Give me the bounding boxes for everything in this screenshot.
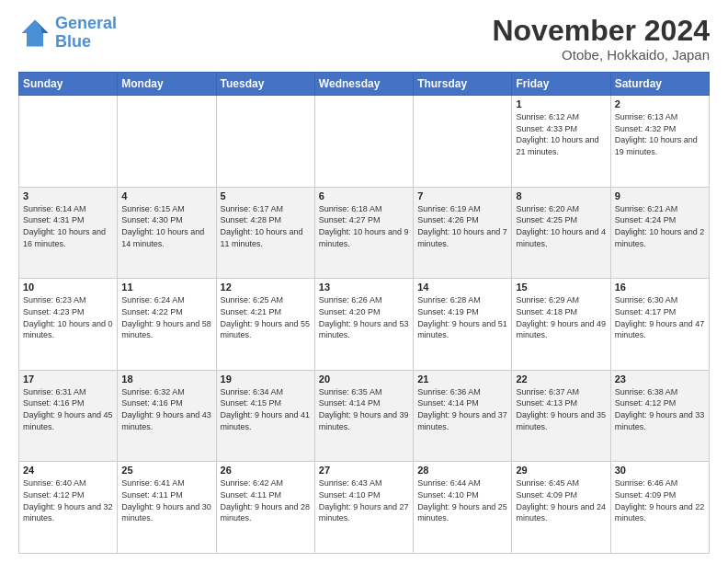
calendar-cell: 19Sunrise: 6:34 AMSunset: 4:15 PMDayligh…	[216, 370, 314, 462]
calendar-cell: 29Sunrise: 6:45 AMSunset: 4:09 PMDayligh…	[512, 462, 610, 554]
day-info: Sunrise: 6:20 AMSunset: 4:25 PMDaylight:…	[516, 203, 606, 249]
calendar-cell: 3Sunrise: 6:14 AMSunset: 4:31 PMDaylight…	[19, 187, 118, 279]
day-info: Sunrise: 6:21 AMSunset: 4:24 PMDaylight:…	[615, 203, 705, 249]
calendar-cell: 27Sunrise: 6:43 AMSunset: 4:10 PMDayligh…	[314, 462, 413, 554]
weekday-thursday: Thursday	[414, 73, 512, 96]
day-info: Sunrise: 6:23 AMSunset: 4:23 PMDaylight:…	[23, 294, 113, 340]
day-number: 26	[221, 465, 311, 476]
location: Otobe, Hokkaido, Japan	[492, 47, 710, 63]
title-block: November 2024 Otobe, Hokkaido, Japan	[492, 15, 710, 63]
day-number: 14	[417, 282, 507, 293]
day-info: Sunrise: 6:14 AMSunset: 4:31 PMDaylight:…	[23, 203, 113, 249]
day-info: Sunrise: 6:30 AMSunset: 4:17 PMDaylight:…	[615, 294, 705, 340]
day-number: 25	[121, 465, 211, 476]
day-info: Sunrise: 6:32 AMSunset: 4:16 PMDaylight:…	[121, 386, 211, 432]
calendar-cell: 7Sunrise: 6:19 AMSunset: 4:26 PMDaylight…	[414, 187, 512, 279]
day-number: 22	[516, 373, 606, 385]
week-row-3: 17Sunrise: 6:31 AMSunset: 4:16 PMDayligh…	[19, 370, 710, 462]
day-number: 5	[221, 190, 311, 201]
calendar-cell: 1Sunrise: 6:12 AMSunset: 4:33 PMDaylight…	[512, 96, 610, 188]
day-info: Sunrise: 6:15 AMSunset: 4:30 PMDaylight:…	[121, 203, 211, 249]
day-number: 7	[417, 190, 507, 201]
day-number: 24	[23, 465, 113, 476]
calendar-cell: 14Sunrise: 6:28 AMSunset: 4:19 PMDayligh…	[414, 279, 512, 371]
calendar-cell: 20Sunrise: 6:35 AMSunset: 4:14 PMDayligh…	[314, 370, 413, 462]
day-number: 21	[417, 373, 507, 385]
day-info: Sunrise: 6:35 AMSunset: 4:14 PMDaylight:…	[319, 386, 409, 432]
header: General Blue November 2024 Otobe, Hokkai…	[18, 15, 710, 63]
calendar-cell	[216, 96, 314, 188]
calendar-cell	[414, 96, 512, 188]
calendar-cell: 18Sunrise: 6:32 AMSunset: 4:16 PMDayligh…	[118, 370, 216, 462]
day-info: Sunrise: 6:26 AMSunset: 4:20 PMDaylight:…	[319, 294, 409, 340]
calendar-cell: 23Sunrise: 6:38 AMSunset: 4:12 PMDayligh…	[610, 370, 709, 462]
day-info: Sunrise: 6:41 AMSunset: 4:11 PMDaylight:…	[121, 477, 211, 523]
day-info: Sunrise: 6:34 AMSunset: 4:15 PMDaylight:…	[221, 386, 311, 432]
day-number: 18	[121, 373, 211, 385]
day-info: Sunrise: 6:18 AMSunset: 4:27 PMDaylight:…	[319, 203, 409, 249]
day-info: Sunrise: 6:42 AMSunset: 4:11 PMDaylight:…	[221, 477, 311, 523]
day-info: Sunrise: 6:29 AMSunset: 4:18 PMDaylight:…	[516, 294, 606, 340]
day-number: 9	[615, 190, 705, 201]
week-row-0: 1Sunrise: 6:12 AMSunset: 4:33 PMDaylight…	[19, 96, 710, 188]
weekday-saturday: Saturday	[610, 73, 709, 96]
day-info: Sunrise: 6:24 AMSunset: 4:22 PMDaylight:…	[121, 294, 211, 340]
calendar-cell: 6Sunrise: 6:18 AMSunset: 4:27 PMDaylight…	[314, 187, 413, 279]
weekday-header-row: SundayMondayTuesdayWednesdayThursdayFrid…	[19, 73, 710, 96]
day-info: Sunrise: 6:43 AMSunset: 4:10 PMDaylight:…	[319, 477, 409, 523]
calendar-cell: 17Sunrise: 6:31 AMSunset: 4:16 PMDayligh…	[19, 370, 118, 462]
day-number: 23	[615, 373, 705, 385]
day-number: 8	[516, 190, 606, 201]
day-info: Sunrise: 6:25 AMSunset: 4:21 PMDaylight:…	[221, 294, 311, 340]
day-number: 12	[221, 282, 311, 293]
day-number: 4	[121, 190, 211, 201]
logo-line1: General	[55, 14, 117, 32]
calendar-cell: 21Sunrise: 6:36 AMSunset: 4:14 PMDayligh…	[414, 370, 512, 462]
day-info: Sunrise: 6:46 AMSunset: 4:09 PMDaylight:…	[615, 477, 705, 523]
day-number: 1	[516, 98, 606, 109]
logo-text: General Blue	[55, 15, 117, 52]
day-number: 27	[319, 465, 409, 476]
week-row-2: 10Sunrise: 6:23 AMSunset: 4:23 PMDayligh…	[19, 279, 710, 371]
calendar-cell: 30Sunrise: 6:46 AMSunset: 4:09 PMDayligh…	[610, 462, 709, 554]
calendar-cell: 16Sunrise: 6:30 AMSunset: 4:17 PMDayligh…	[610, 279, 709, 371]
calendar-cell: 25Sunrise: 6:41 AMSunset: 4:11 PMDayligh…	[118, 462, 216, 554]
logo: General Blue	[18, 15, 117, 52]
weekday-tuesday: Tuesday	[216, 73, 314, 96]
weekday-monday: Monday	[118, 73, 216, 96]
calendar-cell: 22Sunrise: 6:37 AMSunset: 4:13 PMDayligh…	[512, 370, 610, 462]
day-number: 11	[121, 282, 211, 293]
weekday-wednesday: Wednesday	[314, 73, 413, 96]
day-info: Sunrise: 6:37 AMSunset: 4:13 PMDaylight:…	[516, 386, 606, 432]
day-info: Sunrise: 6:31 AMSunset: 4:16 PMDaylight:…	[23, 386, 113, 432]
day-info: Sunrise: 6:17 AMSunset: 4:28 PMDaylight:…	[221, 203, 311, 249]
day-number: 13	[319, 282, 409, 293]
logo-icon	[18, 17, 51, 50]
day-number: 20	[319, 373, 409, 385]
calendar-cell: 28Sunrise: 6:44 AMSunset: 4:10 PMDayligh…	[414, 462, 512, 554]
logo-line2: Blue	[55, 32, 91, 51]
calendar-cell: 13Sunrise: 6:26 AMSunset: 4:20 PMDayligh…	[314, 279, 413, 371]
day-info: Sunrise: 6:44 AMSunset: 4:10 PMDaylight:…	[417, 477, 507, 523]
day-info: Sunrise: 6:38 AMSunset: 4:12 PMDaylight:…	[615, 386, 705, 432]
calendar-cell	[19, 96, 118, 188]
weekday-sunday: Sunday	[19, 73, 118, 96]
day-info: Sunrise: 6:45 AMSunset: 4:09 PMDaylight:…	[516, 477, 606, 523]
calendar-cell: 10Sunrise: 6:23 AMSunset: 4:23 PMDayligh…	[19, 279, 118, 371]
page: General Blue November 2024 Otobe, Hokkai…	[0, 0, 728, 563]
calendar-cell: 8Sunrise: 6:20 AMSunset: 4:25 PMDaylight…	[512, 187, 610, 279]
day-info: Sunrise: 6:28 AMSunset: 4:19 PMDaylight:…	[417, 294, 507, 340]
month-title: November 2024	[492, 15, 710, 47]
calendar-cell: 2Sunrise: 6:13 AMSunset: 4:32 PMDaylight…	[610, 96, 709, 188]
day-number: 6	[319, 190, 409, 201]
day-number: 3	[23, 190, 113, 201]
calendar-cell: 4Sunrise: 6:15 AMSunset: 4:30 PMDaylight…	[118, 187, 216, 279]
calendar-cell: 15Sunrise: 6:29 AMSunset: 4:18 PMDayligh…	[512, 279, 610, 371]
calendar-cell: 11Sunrise: 6:24 AMSunset: 4:22 PMDayligh…	[118, 279, 216, 371]
day-number: 2	[615, 98, 705, 109]
week-row-4: 24Sunrise: 6:40 AMSunset: 4:12 PMDayligh…	[19, 462, 710, 554]
day-info: Sunrise: 6:13 AMSunset: 4:32 PMDaylight:…	[615, 111, 705, 157]
calendar-cell: 26Sunrise: 6:42 AMSunset: 4:11 PMDayligh…	[216, 462, 314, 554]
day-info: Sunrise: 6:12 AMSunset: 4:33 PMDaylight:…	[516, 111, 606, 157]
day-number: 15	[516, 282, 606, 293]
